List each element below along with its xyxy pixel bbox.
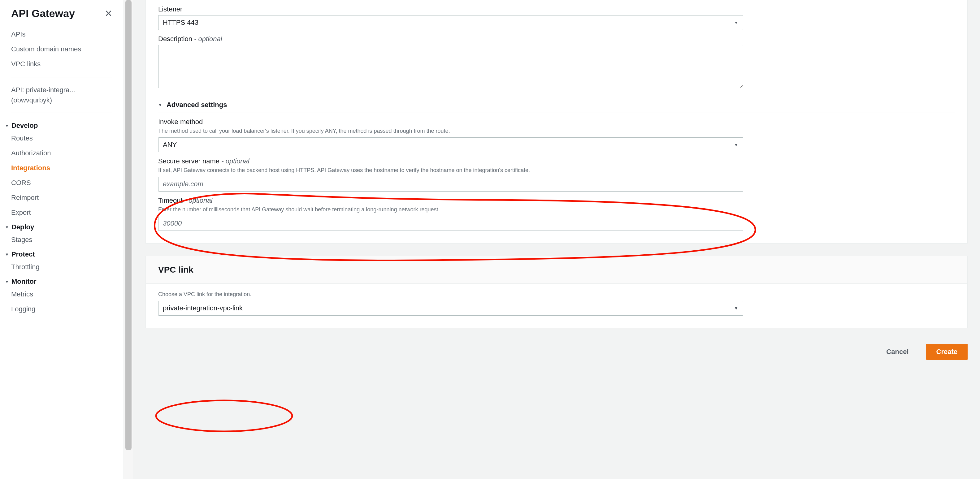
sidebar-item-throttling[interactable]: Throttling [11,260,112,274]
sidebar-panel: API Gateway ✕ APIs Custom domain names V… [0,0,124,479]
vpc-link-select[interactable]: private-integration-vpc-link [158,301,743,316]
invoke-method-select[interactable]: ANY [158,137,743,152]
sidebar-item-authorization[interactable]: Authorization [11,146,112,160]
section-label: Protect [11,250,35,259]
timeout-label: Timeout - optional [158,197,955,205]
api-context-name: API: private-integra... [11,85,112,95]
sidebar-item-reimport[interactable]: Reimport [11,190,112,205]
field-description: Description - optional [158,35,955,89]
section-label: Monitor [11,278,37,285]
vpc-link-help: Choose a VPC link for the integration. [158,291,955,298]
timeout-input[interactable] [158,216,743,231]
cancel-button[interactable]: Cancel [876,344,918,360]
secure-server-input[interactable] [158,177,743,192]
section-label: Develop [11,122,38,130]
advanced-settings-expander[interactable]: ▼ Advanced settings [158,97,955,113]
service-title: API Gateway [11,8,75,19]
vpc-link-title: VPC link [158,265,955,275]
secure-server-label: Secure server name - optional [158,157,955,165]
invoke-method-help: The method used to call your load balanc… [158,128,955,134]
sidebar-item-export[interactable]: Export [11,205,112,220]
close-icon[interactable]: ✕ [105,8,112,19]
vpc-link-panel-header: VPC link [146,256,967,284]
scrollbar-thumb[interactable] [126,0,132,450]
caret-down-icon: ▼ [5,279,9,284]
sidebar-item-routes[interactable]: Routes [11,131,112,146]
description-textarea[interactable] [158,45,743,88]
field-listener: Listener HTTPS 443 ▼ [158,5,955,30]
sidebar-item-cors[interactable]: CORS [11,176,112,190]
create-button[interactable]: Create [926,344,967,360]
timeout-help: Enter the number of milliseconds that AP… [158,206,955,213]
sidebar-item-stages[interactable]: Stages [11,232,112,247]
sidebar-link-apis[interactable]: APIs [11,27,112,42]
description-label: Description - optional [158,35,955,43]
caret-down-icon: ▼ [5,225,9,230]
nav-divider [11,113,112,113]
sidebar-link-vpc-links[interactable]: VPC links [11,57,112,71]
api-context[interactable]: API: private-integra... (obwvqurbyk) [11,83,112,107]
section-monitor[interactable]: ▼ Monitor [5,274,112,287]
invoke-method-label: Invoke method [158,118,955,126]
sidebar-item-logging[interactable]: Logging [11,302,112,317]
section-protect[interactable]: ▼ Protect [5,247,112,260]
field-timeout: Timeout - optional Enter the number of m… [158,197,955,231]
svg-point-0 [156,400,292,431]
field-invoke-method: Invoke method The method used to call yo… [158,118,955,152]
api-context-id: (obwvqurbyk) [11,95,112,105]
listener-label: Listener [158,5,955,13]
field-secure-server-name: Secure server name - optional If set, AP… [158,157,955,192]
sidebar-header: API Gateway ✕ [0,8,124,27]
caret-down-icon: ▼ [5,124,9,128]
listener-select[interactable]: HTTPS 443 [158,15,743,30]
sidebar-item-integrations[interactable]: Integrations [11,160,112,176]
section-label: Deploy [11,223,34,231]
advanced-settings-title: Advanced settings [167,101,227,109]
section-deploy[interactable]: ▼ Deploy [5,220,112,232]
sidebar-link-custom-domains[interactable]: Custom domain names [11,42,112,57]
integration-settings-panel: Listener HTTPS 443 ▼ Description - optio… [145,0,967,244]
annotation-vpc-link [150,397,298,435]
vpc-link-panel: VPC link Choose a VPC link for the integ… [145,256,967,328]
sidebar-scrollbar[interactable] [124,0,133,479]
caret-down-icon: ▼ [158,103,162,107]
main-content: Listener HTTPS 443 ▼ Description - optio… [133,0,980,479]
caret-down-icon: ▼ [5,252,9,257]
footer-actions: Cancel Create [145,341,967,360]
secure-server-help: If set, API Gateway connects to the back… [158,167,955,174]
section-develop[interactable]: ▼ Develop [5,119,112,131]
sidebar-item-metrics[interactable]: Metrics [11,287,112,302]
